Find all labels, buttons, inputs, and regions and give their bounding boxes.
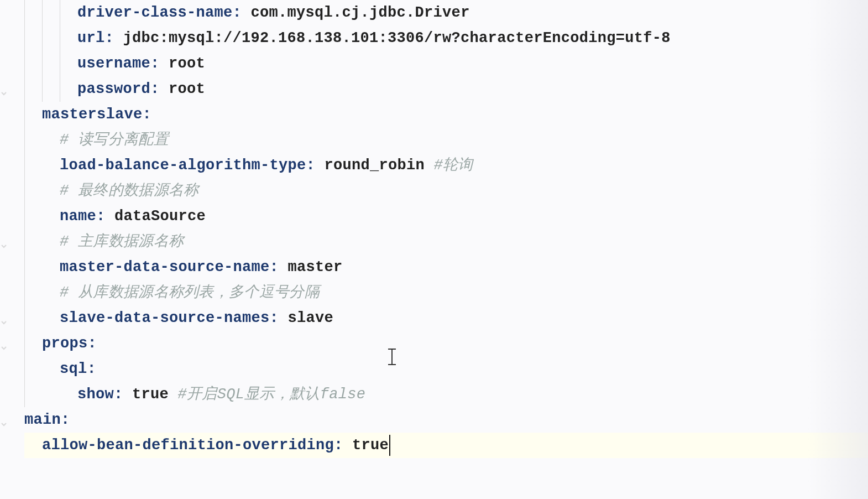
indent-guide [24, 51, 25, 76]
code-line[interactable]: driver-class-name: com.mysql.cj.jdbc.Dri… [24, 0, 868, 25]
code-line[interactable]: name: dataSource [24, 204, 868, 229]
fold-icon[interactable] [0, 314, 8, 322]
code-line[interactable]: password: root [24, 76, 868, 102]
indent-guide [24, 76, 25, 102]
yaml-key: username: [77, 51, 160, 76]
code-line[interactable]: # 从库数据源名称列表，多个逗号分隔 [24, 280, 868, 305]
code-line[interactable]: load-balance-algorithm-type: round_robin… [24, 153, 868, 178]
yaml-key: driver-class-name: [77, 0, 242, 25]
code-line[interactable]: # 最终的数据源名称 [24, 178, 868, 204]
yaml-value: true [123, 382, 178, 407]
yaml-comment: # 从库数据源名称列表，多个逗号分隔 [60, 280, 320, 305]
indent-guide [24, 305, 25, 331]
yaml-key: show: [77, 382, 123, 407]
indent-guide [42, 25, 43, 51]
yaml-value: root [160, 51, 206, 76]
code-line[interactable]: username: root [24, 51, 868, 76]
yaml-key: sql: [60, 356, 96, 382]
indent-guide [60, 51, 60, 76]
yaml-key: props: [42, 331, 97, 356]
indent-guide [42, 51, 43, 76]
code-line[interactable]: masterslave: [24, 102, 868, 127]
yaml-key: name: [60, 204, 106, 229]
yaml-value: true [343, 433, 389, 458]
code-line[interactable]: slave-data-source-names: slave [24, 305, 868, 331]
indent-guide [24, 356, 25, 382]
yaml-key: allow-bean-definition-overriding: [42, 433, 343, 458]
indent-guide [42, 0, 43, 25]
indent-guide [24, 280, 25, 305]
indent-guide [24, 382, 25, 407]
code-line[interactable]: show: true #开启SQL显示，默认false [24, 382, 868, 407]
indent-guide [60, 25, 60, 51]
fold-icon[interactable] [0, 416, 8, 424]
indent-guide [24, 25, 25, 51]
code-line[interactable]: props: [24, 331, 868, 356]
code-area[interactable]: driver-class-name: com.mysql.cj.jdbc.Dri… [24, 0, 868, 458]
yaml-comment: # 最终的数据源名称 [60, 178, 198, 204]
code-line[interactable]: # 主库数据源名称 [24, 229, 868, 254]
yaml-value: round_robin [315, 153, 434, 178]
caret [389, 435, 390, 456]
indent-guide [60, 0, 60, 25]
indent-guide [24, 331, 25, 356]
indent-guide [24, 229, 25, 254]
yaml-value: slave [279, 305, 333, 331]
gutter [0, 0, 11, 499]
yaml-key: load-balance-algorithm-type: [60, 153, 315, 178]
indent-guide [60, 76, 60, 102]
yaml-key: url: [77, 25, 114, 51]
indent-guide [24, 0, 25, 25]
yaml-comment: #轮询 [434, 153, 473, 178]
code-line[interactable]: # 读写分离配置 [24, 127, 868, 153]
yaml-value: master [279, 254, 343, 280]
yaml-value: dataSource [106, 204, 206, 229]
yaml-comment: # 主库数据源名称 [60, 229, 184, 254]
code-line[interactable]: allow-bean-definition-overriding: true [24, 433, 868, 458]
code-line[interactable]: main: [24, 407, 868, 433]
code-line[interactable]: url: jdbc:mysql://192.168.138.101:3306/r… [24, 25, 868, 51]
yaml-value: com.mysql.cj.jdbc.Driver [242, 0, 470, 25]
yaml-comment: # 读写分离配置 [60, 127, 169, 153]
indent-guide [24, 178, 25, 204]
indent-guide [24, 204, 25, 229]
indent-guide [24, 153, 25, 178]
yaml-key: main: [24, 407, 70, 433]
code-line[interactable]: sql: [24, 356, 868, 382]
fold-icon[interactable] [0, 85, 8, 93]
code-line[interactable]: master-data-source-name: master [24, 254, 868, 280]
yaml-key: password: [77, 76, 160, 102]
indent-guide [24, 102, 25, 127]
indent-guide [24, 127, 25, 153]
indent-guide [24, 254, 25, 280]
fold-icon[interactable] [0, 340, 8, 347]
code-editor[interactable]: driver-class-name: com.mysql.cj.jdbc.Dri… [0, 0, 868, 499]
indent-guide [42, 76, 43, 102]
yaml-key: slave-data-source-names: [60, 305, 279, 331]
yaml-value: jdbc:mysql://192.168.138.101:3306/rw?cha… [114, 25, 671, 51]
yaml-key: master-data-source-name: [60, 254, 279, 280]
yaml-comment: #开启SQL显示，默认false [178, 382, 366, 407]
yaml-value: root [160, 76, 206, 102]
yaml-key: masterslave: [42, 102, 151, 127]
fold-icon[interactable] [0, 238, 8, 246]
